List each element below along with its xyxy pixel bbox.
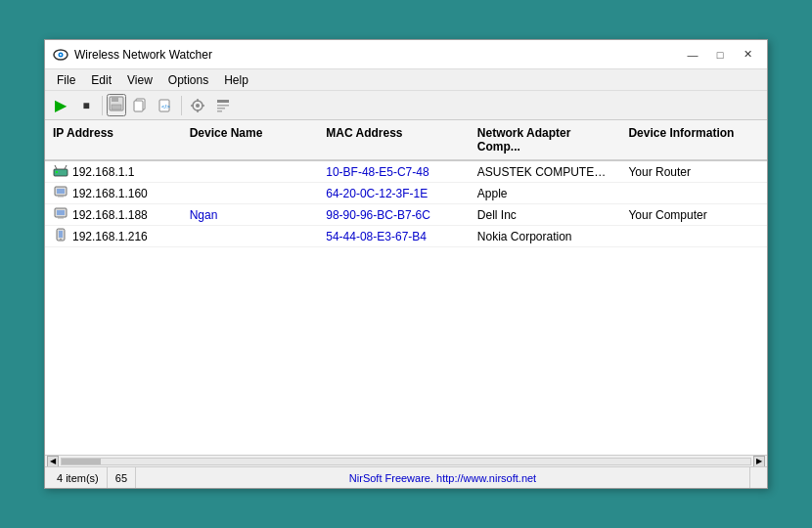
cell-name-3: Ngan: [182, 206, 319, 224]
horizontal-scrollbar[interactable]: ◀ ▶: [45, 455, 767, 466]
copy-button[interactable]: [128, 94, 152, 117]
content-area: IP Address Device Name MAC Address Netwo…: [45, 120, 767, 455]
scroll-right-button[interactable]: ▶: [753, 456, 765, 467]
status-number: 65: [108, 467, 136, 488]
close-button[interactable]: ✕: [736, 46, 759, 64]
cell-mac-4: 54-44-08-E3-67-B4: [318, 228, 470, 245]
cell-ip-1: 192.168.1.1: [45, 161, 182, 182]
minimize-button[interactable]: —: [681, 46, 704, 64]
status-bar: 4 item(s) 65 NirSoft Freeware. http://ww…: [45, 466, 767, 488]
window-title: Wireless Network Watcher: [74, 48, 681, 62]
device-icon-4: [53, 228, 68, 244]
cell-adapter-3: Dell Inc: [470, 206, 621, 224]
toolbar-separator-1: [102, 96, 103, 115]
menu-edit[interactable]: Edit: [83, 71, 119, 89]
header-adapter[interactable]: Network Adapter Comp...: [470, 124, 621, 155]
cell-ip-4: 192.168.1.216: [45, 226, 182, 246]
svg-rect-19: [217, 110, 222, 112]
cell-info-4: [620, 235, 767, 239]
svg-point-23: [56, 171, 58, 173]
toolbar-separator-2: [181, 96, 182, 115]
window-controls: — □ ✕: [681, 46, 759, 64]
table-body: 192.168.1.1 10-BF-48-E5-C7-48 ASUSTEK CO…: [45, 161, 767, 455]
svg-rect-4: [112, 97, 118, 102]
ip-text-2: 192.168.1.160: [72, 187, 148, 200]
options-button[interactable]: [186, 94, 209, 117]
svg-rect-18: [217, 108, 225, 110]
device-icon-2: [53, 185, 68, 201]
svg-point-2: [60, 54, 62, 56]
cell-ip-3: 192.168.1.188: [45, 204, 182, 225]
nirsoft-link[interactable]: NirSoft Freeware. http://www.nirsoft.net: [136, 472, 749, 484]
cell-adapter-2: Apple: [470, 185, 621, 202]
svg-line-22: [65, 165, 67, 169]
scroll-track[interactable]: [61, 458, 751, 465]
title-bar: Wireless Network Watcher — □ ✕: [45, 40, 767, 69]
ip-text-3: 192.168.1.188: [72, 208, 148, 222]
cell-ip-2: 192.168.1.160: [45, 183, 182, 203]
scroll-thumb[interactable]: [62, 459, 101, 464]
svg-line-21: [55, 165, 57, 169]
main-window: Wireless Network Watcher — □ ✕ File Edit…: [44, 39, 768, 489]
menu-options[interactable]: Options: [160, 71, 216, 89]
cell-mac-2: 64-20-0C-12-3F-1E: [318, 185, 470, 202]
cell-adapter-1: ASUSTEK COMPUTER IN...: [470, 163, 621, 181]
svg-rect-20: [54, 169, 68, 176]
cell-name-4: [182, 235, 319, 239]
toolbar: ▶ ■ </>: [45, 91, 767, 120]
play-button[interactable]: ▶: [49, 94, 72, 117]
menu-bar: File Edit View Options Help: [45, 69, 767, 91]
menu-view[interactable]: View: [119, 71, 160, 89]
cell-info-3: Your Computer: [620, 206, 767, 224]
table-header: IP Address Device Name MAC Address Netwo…: [45, 120, 767, 161]
cell-info-1: Your Router: [620, 163, 767, 181]
svg-rect-16: [217, 100, 229, 103]
maximize-button[interactable]: □: [708, 46, 732, 64]
ip-text-4: 192.168.1.216: [72, 230, 148, 243]
svg-point-32: [60, 239, 62, 241]
status-right-pad: [749, 467, 763, 488]
svg-rect-31: [59, 231, 63, 238]
table-row[interactable]: 192.168.1.160 64-20-0C-12-3F-1E Apple: [45, 183, 767, 204]
svg-rect-28: [57, 210, 65, 215]
svg-text:</>: </>: [161, 104, 170, 110]
svg-rect-25: [57, 189, 65, 194]
app-icon: [53, 47, 68, 63]
menu-file[interactable]: File: [49, 71, 83, 89]
router-icon: [53, 163, 68, 180]
svg-rect-17: [217, 105, 229, 107]
nirsoft-text[interactable]: NirSoft Freeware. http://www.nirsoft.net: [349, 472, 536, 484]
table-row[interactable]: 192.168.1.188 Ngan 98-90-96-BC-B7-6C Del…: [45, 204, 767, 226]
header-ip[interactable]: IP Address: [45, 124, 182, 155]
cell-adapter-4: Nokia Corporation: [470, 228, 621, 245]
header-mac[interactable]: MAC Address: [318, 124, 470, 155]
copy2-button[interactable]: </>: [154, 94, 177, 117]
header-info[interactable]: Device Information: [620, 124, 767, 155]
about-button[interactable]: [211, 94, 235, 117]
cell-mac-3: 98-90-96-BC-B7-6C: [318, 206, 470, 224]
table-row[interactable]: 192.168.1.1 10-BF-48-E5-C7-48 ASUSTEK CO…: [45, 161, 767, 183]
svg-rect-29: [58, 217, 64, 219]
cell-info-2: [620, 192, 767, 196]
svg-point-11: [196, 104, 200, 108]
ip-text-1: 192.168.1.1: [72, 165, 134, 179]
items-count: 4 item(s): [49, 467, 108, 488]
stop-button[interactable]: ■: [74, 94, 98, 117]
cell-name-1: [182, 170, 319, 174]
menu-help[interactable]: Help: [216, 71, 256, 89]
table-row[interactable]: 192.168.1.216 54-44-08-E3-67-B4 Nokia Co…: [45, 226, 767, 247]
computer-icon: [53, 206, 68, 223]
cell-name-2: [182, 192, 319, 196]
scroll-left-button[interactable]: ◀: [47, 456, 59, 467]
svg-rect-7: [134, 101, 143, 111]
save-button[interactable]: [107, 94, 126, 116]
svg-rect-5: [112, 105, 121, 110]
svg-rect-26: [58, 196, 64, 198]
cell-mac-1: 10-BF-48-E5-C7-48: [318, 163, 470, 181]
header-name[interactable]: Device Name: [182, 124, 319, 155]
